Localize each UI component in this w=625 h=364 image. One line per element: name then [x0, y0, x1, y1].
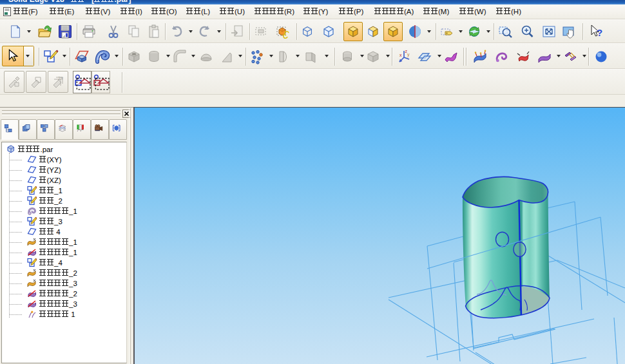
svg-text:2#: 2# — [58, 76, 63, 81]
svg-text:x: x — [399, 53, 402, 57]
svg-text:y: y — [407, 52, 410, 57]
svg-text:?: ? — [597, 27, 602, 38]
